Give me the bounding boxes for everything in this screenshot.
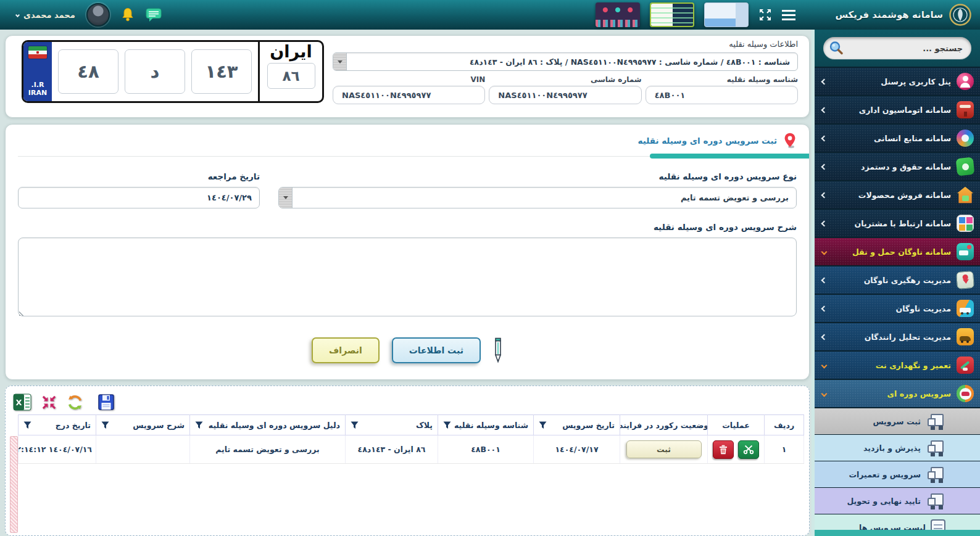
save-info-button[interactable]: ثبت اطلاعات [392, 337, 481, 363]
sidebar-item-label: سامانه ارتباط با مشتریان [832, 219, 951, 228]
sidebar-item-human-resources[interactable]: سامانه منابع انسانی [815, 125, 980, 152]
chassis-value[interactable]: NAS٤٥١١٠٠N٤٩٩٥٩٧٧ [489, 86, 641, 104]
app-title: سامانه هوشمند فریکس [835, 9, 943, 20]
notifications-bell-icon[interactable] [121, 7, 135, 23]
status-register-button[interactable]: ثبت [626, 440, 702, 458]
mailbox-icon [957, 101, 974, 118]
edit-service-button[interactable] [738, 440, 759, 459]
sidebar-item-label: سامانه منابع انسانی [832, 134, 951, 143]
plate-letter[interactable]: د [125, 49, 185, 94]
excel-export-icon[interactable]: X [13, 394, 31, 411]
col-header-service-date: تاریخ سرویس [534, 415, 620, 435]
vehicle-id-value[interactable]: ٤٨B٠٠١ [646, 86, 798, 104]
filter-icon[interactable] [351, 421, 359, 429]
sidebar-subitem-reception-inspection[interactable]: پذیرش و بازدید [815, 435, 980, 461]
save-grid-icon[interactable] [98, 394, 115, 411]
vehicle-select[interactable]: شناسه : ٤٨B٠٠١ / شماره شاسی : NAS٤٥١١٠٠N… [333, 52, 798, 71]
sidebar-item-label: سامانه فروش محصولات [832, 191, 951, 200]
col-header-plate: پلاک [346, 415, 438, 435]
sidebar-subitem-service-repairs[interactable]: سرویس و تعمیرات [815, 461, 980, 487]
sidebar-item-periodic-service[interactable]: سرویس دوره ای [815, 380, 980, 407]
plate-region-word: ایران [270, 43, 312, 61]
delete-service-button[interactable] [713, 440, 734, 459]
service-type-select[interactable]: بررسی و تعویض تسمه تایم [278, 187, 797, 208]
car-cycle-icon [957, 385, 974, 402]
plate-number-left[interactable]: ٤٨ [58, 49, 118, 94]
visit-date-input[interactable] [18, 187, 260, 208]
sidebar-item-fleet-tracking[interactable]: مدیریت رهگیری ناوگان [815, 266, 980, 294]
collapse-grid-icon[interactable] [41, 394, 57, 411]
sidebar-item-label: سامانه ناوگان حمل و نقل [832, 247, 951, 257]
dashboard-thumbnail-board[interactable] [650, 2, 694, 27]
cancel-button[interactable]: انصراف [312, 337, 380, 363]
truck-clipboard-icon [926, 440, 945, 456]
cell-row-no: ١ [765, 435, 804, 464]
dashboard-thumbnail-charts[interactable] [596, 2, 640, 27]
sidebar-bottom-accent [815, 530, 980, 536]
filter-icon[interactable] [23, 421, 31, 429]
plate-number-right[interactable]: ١٤٣ [191, 49, 252, 94]
service-description-wrap [18, 232, 797, 319]
sidebar-subitem-final-approval-delivery[interactable]: تایید نهایی و تحویل [815, 488, 980, 514]
fleet-truck-icon [957, 243, 974, 260]
sidebar-item-crm[interactable]: سامانه ارتباط با مشتریان [815, 210, 980, 237]
sidebar-item-label: تعمیر و نگهداری نت [832, 361, 951, 370]
table-row: ١ ثبت [19, 435, 804, 464]
svg-text:X: X [15, 398, 22, 407]
sidebar-item-label: سامانه اتوماسیون اداری [832, 105, 951, 115]
service-description-textarea[interactable] [18, 237, 797, 316]
col-header-service-description: شرح سرویس [96, 415, 190, 435]
service-type-label: نوع سرویس دوره ای وسیله نقلیه [278, 171, 797, 181]
sidebar-item-office-automation[interactable]: سامانه اتوماسیون اداری [815, 96, 980, 123]
service-type-value: بررسی و تعویض تسمه تایم [293, 193, 796, 202]
filter-icon[interactable] [101, 421, 109, 429]
search-icon[interactable] [828, 40, 844, 56]
sidebar: پنل کاربری پرسنل سامانه اتوماسیون اداری … [815, 30, 980, 536]
dropdown-arrow-icon[interactable] [333, 53, 347, 70]
truck-flag-icon [926, 493, 945, 509]
refresh-grid-icon[interactable] [67, 394, 83, 411]
submenu-item-label: سرویس و تعمیرات [849, 470, 921, 479]
vin-value[interactable]: NAS٤٥١١٠٠N٤٩٩٥٩٧٧ [333, 86, 485, 104]
app-logo [949, 4, 971, 26]
filter-icon[interactable] [443, 421, 451, 429]
user-menu[interactable]: محمد محمدی [16, 10, 75, 20]
sidebar-item-personnel-panel[interactable]: پنل کاربری پرسنل [815, 68, 980, 95]
filter-icon[interactable] [539, 421, 547, 429]
map-pin-icon [956, 271, 974, 289]
tab-register-periodic-service[interactable]: ثبت سرویس دوره ای وسیله نقلیه [637, 136, 777, 146]
sidebar-subitem-register-service[interactable]: ثبت سرویس [815, 408, 980, 434]
dashboard-thumbnail-analytics[interactable] [704, 2, 749, 27]
chevron-left-icon [821, 220, 828, 226]
plate-region-section: ایران ٨٦ [258, 42, 322, 101]
hamburger-menu-icon[interactable] [782, 10, 795, 20]
store-icon [957, 186, 974, 204]
tab-row: ثبت سرویس دوره ای وسیله نقلیه [18, 125, 797, 157]
user-name-label: محمد محمدی [23, 10, 75, 20]
pencil-icon [493, 337, 503, 363]
search-input[interactable] [844, 44, 963, 53]
chevron-down-icon [821, 249, 828, 255]
car-wrench-icon [957, 357, 974, 374]
sidebar-item-transport-fleet[interactable]: سامانه ناوگان حمل و نقل [815, 238, 980, 265]
chat-icon[interactable] [146, 8, 162, 22]
sidebar-item-driver-analysis[interactable]: مدیریت تحلیل رانندگان [815, 323, 980, 350]
sidebar-item-maintenance[interactable]: تعمیر و نگهداری نت [815, 352, 980, 379]
cell-insert-date: ١٤٠٤/٠٧/١٦ ١٢:١٤:١٢ [19, 435, 96, 464]
grid-toolbar: X [10, 390, 804, 414]
col-header-row-no: ردیف [765, 415, 804, 435]
plate-region-code[interactable]: ٨٦ [267, 63, 315, 89]
sidebar-item-payroll[interactable]: سامانه حقوق و دستمزد [815, 153, 980, 180]
chassis-label: شماره شاسی [489, 75, 641, 84]
filter-icon[interactable] [195, 421, 203, 429]
sidebar-item-fleet-management[interactable]: مدیریت ناوگان [815, 295, 980, 322]
fullscreen-expand-icon[interactable] [758, 8, 772, 22]
table-scrollbar[interactable] [10, 436, 18, 533]
col-header-record-status: وضعیت رکورد در فرایند [620, 415, 708, 435]
chevron-down-icon [15, 12, 20, 17]
form-actions: ثبت اطلاعات انصراف [18, 337, 797, 363]
user-avatar[interactable] [86, 3, 110, 27]
cell-record-status: ثبت [620, 435, 708, 464]
sidebar-item-product-sales[interactable]: سامانه فروش محصولات [815, 181, 980, 208]
dropdown-arrow-icon[interactable] [279, 188, 293, 208]
